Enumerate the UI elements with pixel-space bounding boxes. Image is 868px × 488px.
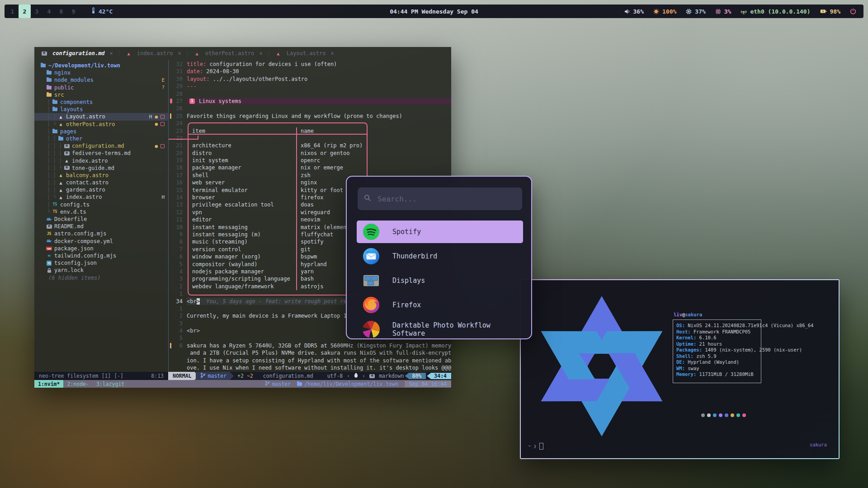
launcher-item-spotify[interactable]: Spotify <box>357 221 523 243</box>
launcher-item-displays[interactable]: Displays <box>357 269 523 292</box>
tree-item-otherPost.astro[interactable]: │└▲otherPost.astro● <box>34 121 168 128</box>
tree-item-components[interactable]: │components <box>34 99 168 106</box>
module-value: 98% <box>830 8 840 15</box>
tree-item-Layout.astro[interactable]: ││▲Layout.astroH● <box>34 113 168 120</box>
tree-item-tailwind.config.mjs[interactable]: ≈tailwind.config.mjs <box>34 252 168 259</box>
tree-item-tone-guide.md[interactable]: ││└Mtone-guide.md <box>34 164 168 172</box>
markdown-file-icon: M <box>63 144 70 148</box>
markdown-table-row <box>188 290 368 297</box>
bar-module-brightness[interactable]: 100% <box>653 8 676 15</box>
color-dot <box>713 413 717 417</box>
tree-item-other[interactable]: ││other <box>34 135 168 142</box>
launcher-item-thunderbird[interactable]: Thunderbird <box>357 245 523 267</box>
line-number: 29 <box>169 83 187 90</box>
launcher-item-darktable[interactable]: Darktable Photo Workflow Software <box>357 318 523 339</box>
search-input[interactable] <box>377 194 516 204</box>
tree-item-label: package.json <box>54 245 94 252</box>
neotree-position: 8:13 <box>151 373 164 379</box>
workspace-button-9[interactable]: 9 <box>67 5 80 18</box>
tree-item-fediverse-terms.md[interactable]: │││Mfediverse-terms.md <box>34 150 168 157</box>
tree-item-docker-compose.yml[interactable]: docker-compose.yml <box>34 238 168 245</box>
tree-item-astro.config.mjs[interactable]: JSastro.config.mjs <box>34 230 168 237</box>
tree-item-layouts[interactable]: │layouts <box>34 106 168 113</box>
bar-module-battery[interactable]: 98% <box>820 8 840 15</box>
bar-module-cpu[interactable]: 37% <box>686 8 705 15</box>
tree-item-env.d.ts[interactable]: └TSenv.d.ts <box>34 208 168 216</box>
folder-icon <box>46 86 52 89</box>
launcher-search[interactable] <box>358 188 522 210</box>
shell-prompt[interactable]: ~ ❯ <box>528 443 543 450</box>
launcher-item-firefox[interactable]: Firefox <box>357 294 523 316</box>
markdown-file-icon: M <box>63 166 70 170</box>
cursor-position: 34:4 <box>427 373 451 379</box>
fetch-info-line: Memory: 11731MiB / 31280MiB <box>676 371 813 378</box>
fetch-info-value: 6.10.6 <box>696 335 716 340</box>
tree-guide: │ <box>57 150 63 156</box>
tmux-window-3lazygit[interactable]: 3:lazygit <box>93 381 128 387</box>
tmux-path: /home/liv/Development/liv.town <box>304 381 398 387</box>
tree-item-nodemodules[interactable]: node_modulesE <box>34 76 168 84</box>
bar-module-gpu[interactable]: 3% <box>715 8 731 15</box>
workspace-button-2[interactable]: 2 <box>19 5 31 18</box>
tree-guide: │ <box>52 165 57 171</box>
tree-guide: └ <box>52 194 57 200</box>
fetch-info-line: Packages: 1409 (nix-system), 2590 (nix-u… <box>676 347 813 353</box>
tree-item-tsconfig.json[interactable]: TStsconfig.json <box>34 259 168 267</box>
tree-item-label: env.d.ts <box>60 209 86 215</box>
line-number: 4 <box>169 268 187 275</box>
tmux-window-2node[interactable]: 2:node- <box>63 381 92 387</box>
power-icon <box>850 8 856 14</box>
markdown-file-icon: M <box>63 151 70 155</box>
tree-item-README.md[interactable]: MREADME.md <box>34 223 168 230</box>
tree-item-index.astro[interactable]: │└▲index.astroH <box>34 193 168 201</box>
tree-item-garden.astro[interactable]: ││▲garden.astro <box>34 186 168 193</box>
launcher-item-label: Thunderbird <box>392 252 437 260</box>
nixos-logo <box>527 288 676 444</box>
workspace-button-8[interactable]: 8 <box>55 5 67 18</box>
tree-item-nginx[interactable]: nginx <box>34 69 168 76</box>
fetch-terminal[interactable]: liv@sakura OS: NixOS 24.11.20240828.71e9… <box>521 280 839 458</box>
tree-item-contact.astro[interactable]: ││▲contact.astro <box>34 179 168 186</box>
workspace-button-3[interactable]: 3 <box>31 5 43 18</box>
tree-item-Dockerfile[interactable]: Dockerfile <box>34 216 168 223</box>
tab-close-icon[interactable]: × <box>110 50 113 56</box>
bar-module-volume[interactable]: 36% <box>624 8 644 15</box>
tree-item-public[interactable]: public? <box>34 84 168 91</box>
buffer-line: 24 <box>169 120 451 127</box>
tab-Layout.astro[interactable]: ▲Layout.astro× <box>275 50 334 56</box>
tab-otherPost.astro[interactable]: ▲otherPost.astro× <box>193 50 263 56</box>
fetch-info-label: Kernel: <box>676 335 696 340</box>
os-penguin-icon <box>354 373 358 379</box>
marker-H: H <box>149 114 152 120</box>
tmux-window-1nvim[interactable]: 1:nvim* <box>34 380 63 388</box>
tree-item-configuration.md[interactable]: │││Mconfiguration.md● <box>34 142 168 150</box>
tab-close-icon[interactable]: × <box>259 50 262 56</box>
markdown-table-row: terminal emulatorkitty or foot <box>188 187 368 194</box>
buffer-line: 20distronixos or gentoo <box>169 150 451 157</box>
workspace-button-4[interactable]: 4 <box>43 5 55 18</box>
tree-item-yarn.lock[interactable]: yarn.lock <box>34 267 168 274</box>
workspace-button-1[interactable]: 1 <box>6 5 19 18</box>
tree-item-6hiddenitems[interactable]: (6 hidden items) <box>34 274 168 281</box>
bar-module-power[interactable] <box>850 8 856 14</box>
tree-item-src[interactable]: src <box>34 91 168 99</box>
tree-item-index.astro[interactable]: │││▲index.astro <box>34 157 168 164</box>
color-dot <box>742 413 746 417</box>
tab-close-icon[interactable]: × <box>178 50 181 56</box>
tab-configuration.md[interactable]: Mconfiguration.md× <box>41 50 113 56</box>
line-number: 7 <box>169 246 187 253</box>
fetch-info-label: Host: <box>676 329 691 334</box>
line-number: 10 <box>169 224 187 231</box>
buffer-line: 271Linux systems <box>169 98 451 105</box>
tree-item-balcony.astro[interactable]: ││▲balcony.astro <box>34 172 168 179</box>
tree-item-package.json[interactable]: npmpackage.json <box>34 245 168 252</box>
tab-close-icon[interactable]: × <box>331 50 334 56</box>
tree-guide: │ <box>52 143 57 149</box>
tree-item-pages[interactable]: │pages <box>34 128 168 135</box>
bar-module-network[interactable]: eth0 (10.0.0.140) <box>741 8 810 15</box>
tree-item-~Developmentliv.town[interactable]: ~/Development/liv.town <box>34 62 168 69</box>
table-cell-item: web server <box>192 179 225 186</box>
tree-item-config.ts[interactable]: │TSconfig.ts <box>34 201 168 208</box>
tab-index.astro[interactable]: ▲index.astro× <box>125 50 181 56</box>
launcher-item-label: Darktable Photo Workflow Software <box>392 321 523 338</box>
